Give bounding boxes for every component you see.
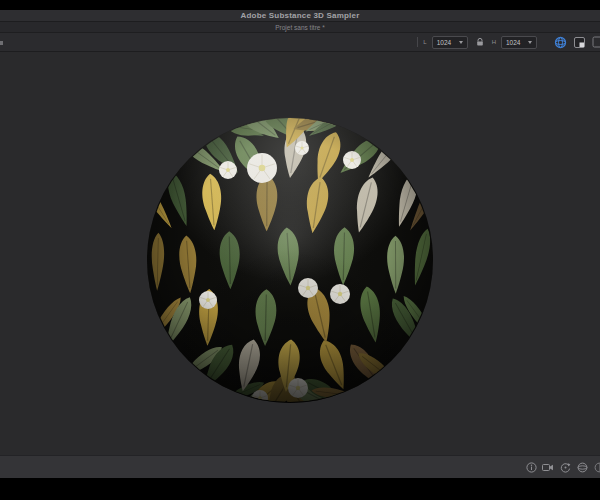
chevron-down-icon: [528, 41, 532, 44]
split-view-icon[interactable]: [572, 35, 586, 49]
material-sphere-preview: [145, 115, 435, 405]
height-label: H: [492, 39, 496, 45]
orbit-icon[interactable]: [559, 461, 571, 473]
top-letterbox: [0, 0, 600, 10]
width-resolution-select[interactable]: 1024: [432, 36, 468, 49]
project-title: Projet sans titre *: [275, 24, 325, 31]
clipped-toolbar-icon[interactable]: [591, 35, 600, 49]
width-resolution-value: 1024: [437, 39, 451, 46]
camera-icon[interactable]: [542, 461, 554, 473]
toolbar-separator: [417, 37, 418, 47]
height-resolution-value: 1024: [506, 39, 520, 46]
panel-edge-handle[interactable]: [0, 41, 3, 45]
lock-icon[interactable]: [473, 35, 487, 49]
sampler-window: Adobe Substance 3D Sampler Projet sans t…: [0, 0, 600, 500]
title-bar: Adobe Substance 3D Sampler: [0, 10, 600, 22]
sphere-3d-view-icon[interactable]: [553, 35, 567, 49]
display-icon[interactable]: [593, 461, 600, 473]
width-label: L: [423, 39, 426, 45]
height-resolution-select[interactable]: 1024: [501, 36, 537, 49]
info-icon[interactable]: [525, 461, 537, 473]
viewport-toolbar: L 1024 H 1024: [0, 33, 600, 52]
viewport-bottom-toolbar: [0, 455, 600, 478]
app-title: Adobe Substance 3D Sampler: [240, 11, 359, 20]
chevron-down-icon: [459, 41, 463, 44]
environment-icon[interactable]: [576, 461, 588, 473]
project-bar: Projet sans titre *: [0, 22, 600, 33]
bottom-letterbox: [0, 478, 600, 500]
viewport-3d[interactable]: [0, 52, 600, 455]
